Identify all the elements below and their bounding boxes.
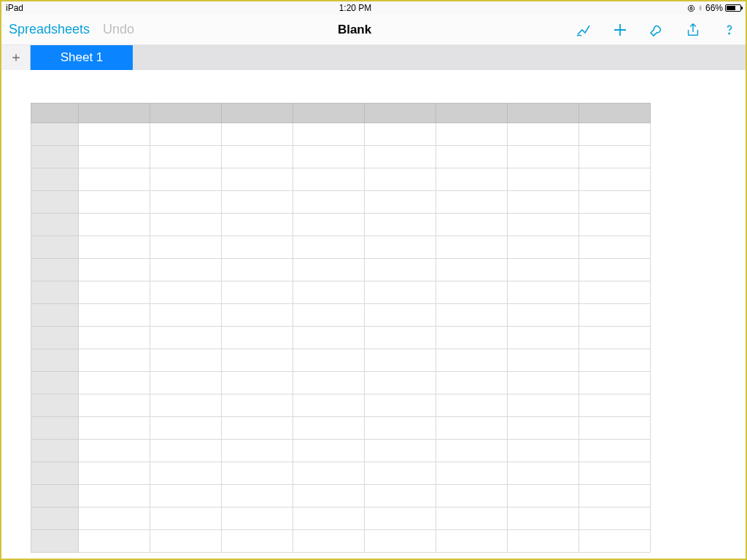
cell[interactable] [293, 191, 365, 214]
cell[interactable] [79, 123, 150, 146]
cell[interactable] [150, 259, 222, 281]
cell[interactable] [222, 485, 293, 508]
cell[interactable] [579, 123, 651, 146]
cell[interactable] [508, 191, 579, 214]
cell[interactable] [222, 259, 293, 281]
cell[interactable] [222, 214, 293, 236]
cell[interactable] [365, 508, 436, 530]
row-header[interactable] [31, 462, 79, 485]
column-header[interactable] [150, 104, 222, 123]
cell[interactable] [150, 281, 222, 304]
cell[interactable] [508, 146, 579, 168]
cell[interactable] [436, 281, 508, 304]
row-header[interactable] [31, 530, 79, 553]
add-sheet-button[interactable] [1, 45, 31, 70]
row-header[interactable] [31, 349, 79, 372]
cell[interactable] [222, 168, 293, 191]
column-header[interactable] [365, 104, 436, 123]
cell[interactable] [79, 417, 150, 440]
cell[interactable] [79, 146, 150, 168]
cell[interactable] [222, 146, 293, 168]
cell[interactable] [579, 394, 651, 417]
cell[interactable] [150, 214, 222, 236]
cell[interactable] [150, 508, 222, 530]
cell[interactable] [150, 146, 222, 168]
cell[interactable] [79, 191, 150, 214]
cell[interactable] [365, 191, 436, 214]
cell[interactable] [293, 214, 365, 236]
cell[interactable] [508, 394, 579, 417]
cell[interactable] [365, 372, 436, 394]
cell[interactable] [79, 349, 150, 372]
cell[interactable] [79, 372, 150, 394]
cell[interactable] [579, 281, 651, 304]
row-header[interactable] [31, 372, 79, 394]
cell[interactable] [79, 236, 150, 259]
cell[interactable] [293, 485, 365, 508]
cell[interactable] [222, 281, 293, 304]
cell[interactable] [79, 462, 150, 485]
cell[interactable] [508, 372, 579, 394]
cell[interactable] [436, 236, 508, 259]
cell[interactable] [293, 349, 365, 372]
column-header[interactable] [293, 104, 365, 123]
cell[interactable] [79, 440, 150, 462]
cell[interactable] [579, 214, 651, 236]
cell[interactable] [150, 530, 222, 553]
cell[interactable] [436, 146, 508, 168]
add-button[interactable] [611, 21, 629, 39]
cell[interactable] [508, 462, 579, 485]
cell[interactable] [365, 236, 436, 259]
cell[interactable] [222, 394, 293, 417]
cell[interactable] [365, 281, 436, 304]
cell[interactable] [150, 304, 222, 327]
cell[interactable] [436, 440, 508, 462]
column-header[interactable] [508, 104, 579, 123]
column-header[interactable] [79, 104, 150, 123]
cell[interactable] [222, 530, 293, 553]
cell[interactable] [579, 530, 651, 553]
cell[interactable] [436, 304, 508, 327]
cell[interactable] [222, 508, 293, 530]
cell[interactable] [365, 394, 436, 417]
cell[interactable] [79, 259, 150, 281]
cell[interactable] [79, 281, 150, 304]
cell[interactable] [436, 214, 508, 236]
cell[interactable] [579, 146, 651, 168]
cell[interactable] [293, 146, 365, 168]
cell[interactable] [365, 462, 436, 485]
cell[interactable] [436, 191, 508, 214]
cell[interactable] [365, 123, 436, 146]
cell[interactable] [150, 394, 222, 417]
format-brush-icon[interactable] [575, 21, 592, 39]
cell[interactable] [222, 417, 293, 440]
cell[interactable] [508, 530, 579, 553]
cell[interactable] [365, 146, 436, 168]
cell[interactable] [365, 349, 436, 372]
row-header[interactable] [31, 236, 79, 259]
cell[interactable] [365, 304, 436, 327]
cell[interactable] [79, 304, 150, 327]
cell[interactable] [222, 123, 293, 146]
cell[interactable] [365, 327, 436, 349]
cell[interactable] [79, 214, 150, 236]
cell[interactable] [293, 530, 365, 553]
cell[interactable] [150, 236, 222, 259]
cell[interactable] [150, 168, 222, 191]
row-header[interactable] [31, 394, 79, 417]
row-header[interactable] [31, 327, 79, 349]
cell[interactable] [293, 281, 365, 304]
help-icon[interactable] [721, 21, 738, 39]
cell[interactable] [579, 349, 651, 372]
cell[interactable] [508, 485, 579, 508]
cell[interactable] [579, 440, 651, 462]
row-header[interactable] [31, 191, 79, 214]
cell[interactable] [79, 485, 150, 508]
cell[interactable] [150, 462, 222, 485]
cell[interactable] [436, 168, 508, 191]
undo-button[interactable]: Undo [103, 22, 134, 37]
cell[interactable] [365, 485, 436, 508]
row-header[interactable] [31, 304, 79, 327]
cell[interactable] [150, 191, 222, 214]
cell[interactable] [579, 417, 651, 440]
